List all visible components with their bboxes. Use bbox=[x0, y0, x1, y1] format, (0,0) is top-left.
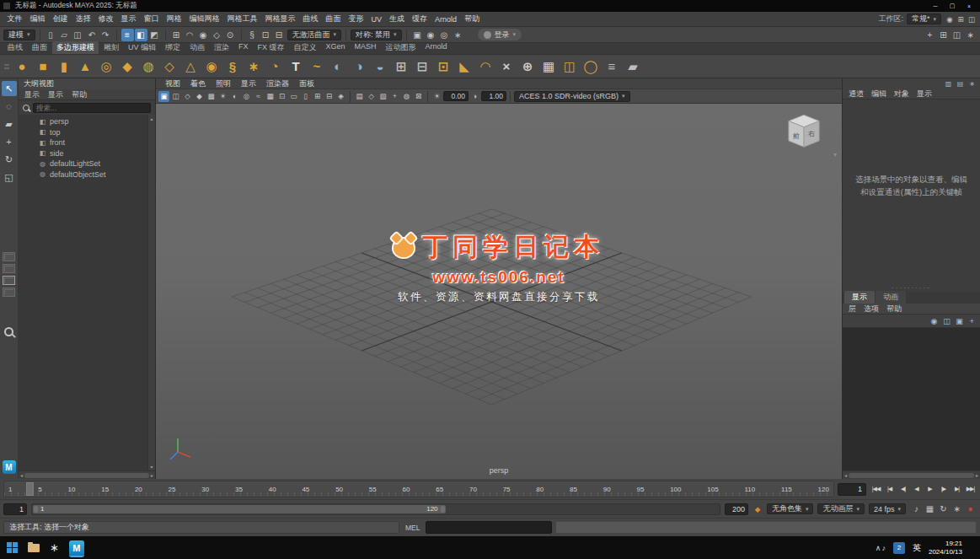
save-scene-icon[interactable]: ◫ bbox=[72, 29, 84, 41]
shelf-tab[interactable]: 动画 bbox=[185, 41, 209, 54]
viewport-menu[interactable]: 面板 bbox=[295, 78, 319, 89]
layout-persp-outliner[interactable] bbox=[3, 276, 15, 285]
command-input[interactable] bbox=[426, 521, 552, 534]
set-key-icon[interactable]: ◆ bbox=[752, 504, 763, 514]
menu-item[interactable]: Arnold bbox=[431, 15, 461, 24]
frame-label[interactable]: 50 bbox=[335, 486, 343, 493]
maya-taskbar-icon[interactable]: M bbox=[69, 540, 84, 556]
crease-set-icon[interactable]: ≡ bbox=[602, 56, 622, 77]
redo-icon[interactable]: ↷ bbox=[99, 29, 112, 41]
outliner-menu[interactable]: 显示 bbox=[48, 89, 63, 100]
shelf-tab[interactable]: 自定义 bbox=[290, 41, 321, 54]
quad-draw-icon[interactable]: ▦ bbox=[538, 56, 559, 77]
type-tool-icon[interactable]: T bbox=[286, 56, 306, 77]
menu-item[interactable]: 生成 bbox=[386, 13, 409, 24]
anti-aliasing-icon[interactable]: ▦ bbox=[265, 91, 276, 102]
frame-label[interactable]: 100 bbox=[670, 486, 681, 493]
multi-cut-icon[interactable]: × bbox=[496, 56, 517, 77]
workspace-dropdown[interactable]: 常规* bbox=[907, 13, 941, 24]
select-by-component-icon[interactable]: ◩ bbox=[148, 29, 161, 41]
workspace-pin-icon[interactable]: ◉ bbox=[945, 14, 955, 24]
platonic-solid-icon[interactable]: ◇ bbox=[159, 56, 179, 77]
range-track[interactable]: 1 120 bbox=[31, 503, 720, 515]
layer-editor-tab[interactable]: 动画 bbox=[876, 291, 906, 304]
snap-to-point-icon[interactable]: ◉ bbox=[197, 29, 210, 41]
menu-item[interactable]: UV bbox=[367, 15, 386, 24]
frame-label[interactable]: 45 bbox=[302, 486, 309, 493]
outliner-item[interactable]: defaultObjectSet bbox=[19, 169, 155, 180]
xray-icon[interactable]: ◫ bbox=[170, 91, 181, 102]
paint-select-tool[interactable]: ▰ bbox=[2, 116, 17, 132]
shelf-tab[interactable]: FX 缓存 bbox=[254, 41, 289, 54]
auto-key-icon[interactable]: ● bbox=[964, 503, 977, 515]
shelf-tab[interactable]: 曲线 bbox=[3, 41, 27, 54]
zoom-tool-icon[interactable] bbox=[4, 327, 13, 336]
range-bar[interactable]: 1 120 bbox=[33, 505, 446, 513]
smooth-shade-icon[interactable]: ◆ bbox=[194, 91, 205, 102]
frame-label[interactable]: 1 bbox=[8, 486, 12, 493]
file-explorer-icon[interactable] bbox=[28, 544, 40, 552]
channel-box-menu[interactable]: 编辑 bbox=[871, 89, 886, 99]
exposure-field[interactable]: 0.00 bbox=[443, 91, 469, 101]
panel-layout-icon[interactable]: ◫ bbox=[967, 14, 977, 24]
separate-icon[interactable]: ⊟ bbox=[412, 56, 432, 77]
target-weld-icon[interactable]: ⊕ bbox=[517, 56, 538, 77]
rotate-tool[interactable]: ↻ bbox=[2, 152, 17, 167]
step-forward-frame-button[interactable]: |▶ bbox=[937, 483, 950, 496]
menu-item[interactable]: 修改 bbox=[94, 13, 117, 24]
outliner-item[interactable]: side bbox=[19, 148, 155, 159]
shelf-tab[interactable]: XGen bbox=[322, 41, 350, 54]
layer-editor-menu[interactable]: 选项 bbox=[864, 304, 879, 314]
layer-render-icon[interactable]: ▣ bbox=[954, 315, 965, 326]
step-back-frame-button[interactable]: ◀| bbox=[897, 483, 909, 496]
shelf-tab[interactable]: Arnold bbox=[421, 41, 452, 54]
open-scene-icon[interactable]: ▱ bbox=[58, 29, 71, 41]
polygon-sphere-icon[interactable]: ● bbox=[12, 56, 32, 77]
menu-item[interactable]: 缓存 bbox=[409, 13, 431, 24]
scale-tool[interactable]: ◱ bbox=[2, 169, 17, 185]
soccer-ball-icon[interactable]: ◔ bbox=[265, 56, 285, 77]
pan-zoom-icon[interactable]: + bbox=[389, 91, 400, 102]
attribute-editor-tab-icon[interactable]: ▤ bbox=[956, 79, 965, 89]
isolate-select-icon[interactable]: ⊡ bbox=[276, 91, 287, 102]
minimize-button[interactable]: ─ bbox=[928, 1, 943, 11]
shelf-tab[interactable]: 雕刻 bbox=[99, 41, 123, 54]
polygon-cone-icon[interactable]: ▲ bbox=[75, 56, 95, 77]
title-bar[interactable]: 无标题 - Autodesk MAYA 2025: 无标题 ─▢× bbox=[0, 0, 980, 12]
frame-label[interactable]: 10 bbox=[68, 486, 76, 493]
frame-label[interactable]: 85 bbox=[570, 486, 577, 493]
frame-label[interactable]: 40 bbox=[269, 486, 276, 493]
step-forward-key-button[interactable]: ▶| bbox=[951, 483, 963, 496]
menu-item[interactable]: 编辑 bbox=[26, 13, 49, 24]
camera-settings-icon[interactable]: ▤ bbox=[354, 91, 365, 102]
symmetry-dropdown[interactable]: 对称: 禁用 bbox=[351, 30, 402, 40]
outliner-item[interactable]: front bbox=[19, 137, 155, 148]
horizontal-scrollbar[interactable]: ◂ ▸ bbox=[843, 470, 980, 479]
close-button[interactable]: × bbox=[961, 1, 977, 11]
preferences-icon[interactable]: ∗ bbox=[964, 29, 977, 41]
scroll-right-arrow[interactable]: ▸ bbox=[151, 472, 153, 478]
snap-to-curve-icon[interactable]: ◠ bbox=[184, 29, 196, 41]
polygon-pyramid-icon[interactable]: △ bbox=[180, 56, 201, 77]
outliner-menu[interactable]: 显示 bbox=[24, 89, 40, 100]
menu-item[interactable]: 显示 bbox=[117, 13, 140, 24]
safe-title-icon[interactable]: ⊟ bbox=[324, 91, 335, 102]
construction-history-icon[interactable]: § bbox=[246, 29, 259, 41]
menu-item[interactable]: 网格显示 bbox=[261, 13, 299, 24]
menu-item[interactable]: 创建 bbox=[49, 13, 72, 24]
tray-expand-icon[interactable]: ∧ bbox=[876, 544, 881, 552]
shelf-tab[interactable]: 渲染 bbox=[210, 41, 233, 54]
safe-action-icon[interactable]: ⊞ bbox=[312, 91, 323, 102]
undo-icon[interactable]: ↶ bbox=[86, 29, 99, 41]
menu-item[interactable]: 网格 bbox=[163, 13, 185, 24]
viewport-menu[interactable]: 渲染器 bbox=[262, 78, 293, 89]
scroll-left-arrow[interactable]: ◂ bbox=[20, 472, 23, 478]
viewport-menu[interactable]: 视图 bbox=[161, 78, 185, 89]
boolean-difference-icon[interactable]: ◑ bbox=[349, 56, 369, 77]
step-back-key-button[interactable]: |◀ bbox=[883, 483, 896, 496]
active-surface-dropdown[interactable]: 无激活曲面 bbox=[287, 30, 342, 40]
shelf-tab[interactable]: 绑定 bbox=[161, 41, 185, 54]
shelf-tab[interactable]: 曲面 bbox=[28, 41, 51, 54]
go-to-start-button[interactable]: |◀◀ bbox=[870, 483, 882, 496]
notification-badge[interactable]: 2 bbox=[893, 542, 905, 554]
